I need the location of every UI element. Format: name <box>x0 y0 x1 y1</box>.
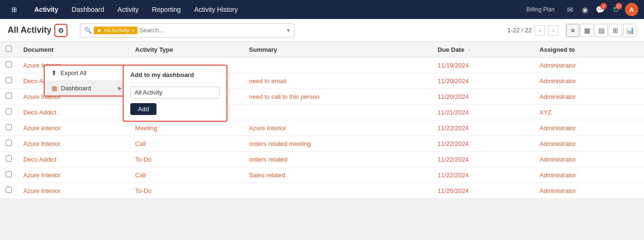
row-summary-6: orders related <box>244 152 432 167</box>
col-activity-type[interactable]: Activity Type <box>129 42 243 58</box>
pagination-next[interactable]: › <box>548 25 558 36</box>
chat-icon[interactable]: 💬 4 <box>595 4 606 15</box>
row-activity-type-5[interactable]: Call <box>129 136 243 152</box>
row-checkbox-5[interactable] <box>6 140 12 146</box>
dashboard-icon: ▦ <box>51 85 57 92</box>
dashboard-name-input[interactable] <box>130 86 220 98</box>
row-checkbox-cell[interactable] <box>0 89 18 105</box>
row-document-8[interactable]: Azure Interior <box>18 183 129 199</box>
row-summary-2: need to call to this person <box>244 89 432 105</box>
row-checkbox-4[interactable] <box>6 124 12 130</box>
dashboard-item[interactable]: ▦ Dashboard ▶ <box>45 81 128 96</box>
row-assigned-0[interactable]: Administrator <box>534 58 644 73</box>
export-label: Export All <box>60 69 87 77</box>
pagination-prev[interactable]: ‹ <box>535 25 545 36</box>
view-calendar-button[interactable]: ▦ <box>580 24 594 37</box>
nav-brand[interactable]: Activity <box>29 0 64 19</box>
table-row: Azure Interior Call orders related meeti… <box>0 136 644 152</box>
col-assigned-to[interactable]: Assigned to <box>534 42 644 58</box>
view-chart-button[interactable]: 📊 <box>623 24 636 37</box>
row-activity-type-8[interactable]: To-Do <box>129 183 243 199</box>
email-icon[interactable]: ✉ <box>564 4 576 15</box>
gear-settings-button[interactable]: ⚙ <box>55 25 67 36</box>
row-checkbox-1[interactable] <box>6 77 12 83</box>
table-row: Azure Interior Call Sales related 11/22/… <box>0 167 644 183</box>
select-all-header[interactable] <box>0 42 18 58</box>
row-checkbox-cell[interactable] <box>0 58 18 73</box>
view-table-button[interactable]: ⊞ <box>609 24 622 37</box>
row-checkbox-3[interactable] <box>6 108 12 115</box>
row-summary-7: Sales related <box>244 167 432 183</box>
row-assigned-8[interactable]: Administrator <box>534 183 644 199</box>
row-document-7[interactable]: Azure Interior <box>18 167 129 183</box>
row-summary-3 <box>244 105 432 120</box>
row-assigned-6[interactable]: Administrator <box>534 152 644 167</box>
row-due-date-0: 11/19/2024 <box>432 58 534 73</box>
row-checkbox-7[interactable] <box>6 171 12 177</box>
row-document-4[interactable]: Azure Interior <box>18 120 129 136</box>
row-checkbox-cell[interactable] <box>0 183 18 199</box>
top-nav: ⊞ Activity Dashboard Activity Reporting … <box>0 0 644 19</box>
row-checkbox-0[interactable] <box>6 61 12 67</box>
table-row: Deco Addict To-Do 11/21/2024 XYZ <box>0 105 644 120</box>
view-list-button[interactable]: ≡ <box>566 24 579 37</box>
search-input[interactable] <box>139 27 285 34</box>
nav-item-reporting[interactable]: Reporting <box>146 0 186 19</box>
submenu-arrow-icon: ▶ <box>118 85 122 91</box>
billing-plan-label[interactable]: Billing Plan <box>521 0 560 19</box>
row-document-3[interactable]: Deco Addict <box>18 105 129 120</box>
row-checkbox-6[interactable] <box>6 155 12 162</box>
row-document-5[interactable]: Azure Interior <box>18 136 129 152</box>
row-summary-8 <box>244 183 432 199</box>
col-document[interactable]: Document <box>18 42 129 58</box>
row-due-date-7: 11/22/2024 <box>432 167 534 183</box>
search-dropdown-button[interactable]: ▾ <box>287 27 290 34</box>
refresh-icon[interactable]: ↻ 17 <box>610 4 621 15</box>
row-checkbox-cell[interactable] <box>0 73 18 89</box>
search-tag[interactable]: ★ All Activity × <box>94 27 137 34</box>
row-activity-type-6[interactable]: To-Do <box>129 152 243 167</box>
export-all-item[interactable]: ⬆ Export All <box>45 66 128 80</box>
row-assigned-2[interactable]: Administrator <box>534 89 644 105</box>
pagination: 1-22 / 22 ‹ › <box>507 25 558 36</box>
add-to-dashboard-panel: Add to my dashboard Add <box>123 65 227 122</box>
row-activity-type-4[interactable]: Meeting <box>129 120 243 136</box>
settings-dropdown: ⬆ Export All ▦ Dashboard ▶ <box>44 65 129 96</box>
col-due-date[interactable]: Due Date ↑ <box>432 42 534 58</box>
col-summary[interactable]: Summary <box>244 42 432 58</box>
due-date-sort-icon: ↑ <box>468 48 470 53</box>
add-dashboard-button[interactable]: Add <box>130 103 156 115</box>
row-summary-0 <box>244 58 432 73</box>
row-due-date-5: 11/22/2024 <box>432 136 534 152</box>
row-document-6[interactable]: Deco Addict <box>18 152 129 167</box>
nav-item-activity[interactable]: Activity <box>112 0 144 19</box>
select-all-checkbox[interactable] <box>6 46 12 52</box>
refresh-badge: 17 <box>615 3 622 10</box>
row-checkbox-cell[interactable] <box>0 167 18 183</box>
row-checkbox-2[interactable] <box>6 93 12 99</box>
table-row: Azure Interior To-Do 11/26/2024 Administ… <box>0 183 644 199</box>
row-checkbox-cell[interactable] <box>0 152 18 167</box>
sub-panel-title: Add to my dashboard <box>130 71 220 78</box>
page-title: All Activity <box>8 25 51 35</box>
nav-item-dashboard[interactable]: Dashboard <box>66 0 110 19</box>
avatar[interactable]: A <box>625 3 638 16</box>
row-checkbox-cell[interactable] <box>0 105 18 120</box>
row-summary-1: need to email <box>244 73 432 89</box>
view-kanban-button[interactable]: ▤ <box>595 24 608 37</box>
row-activity-type-7[interactable]: Call <box>129 167 243 183</box>
view-buttons: ≡ ▦ ▤ ⊞ 📊 <box>566 24 636 37</box>
row-assigned-3[interactable]: XYZ <box>534 105 644 120</box>
search-tag-close[interactable]: × <box>131 28 134 33</box>
row-assigned-5[interactable]: Administrator <box>534 136 644 152</box>
row-assigned-4[interactable]: Administrator <box>534 120 644 136</box>
row-assigned-1[interactable]: Administrator <box>534 73 644 89</box>
row-assigned-7[interactable]: Administrator <box>534 167 644 183</box>
row-checkbox-cell[interactable] <box>0 136 18 152</box>
star-icon: ★ <box>97 27 102 34</box>
row-checkbox-cell[interactable] <box>0 120 18 136</box>
whatsapp-icon[interactable]: ◉ <box>579 4 591 15</box>
nav-item-activity-history[interactable]: Activity History <box>188 0 244 19</box>
row-checkbox-8[interactable] <box>6 187 12 193</box>
app-grid-icon[interactable]: ⊞ <box>6 0 23 19</box>
